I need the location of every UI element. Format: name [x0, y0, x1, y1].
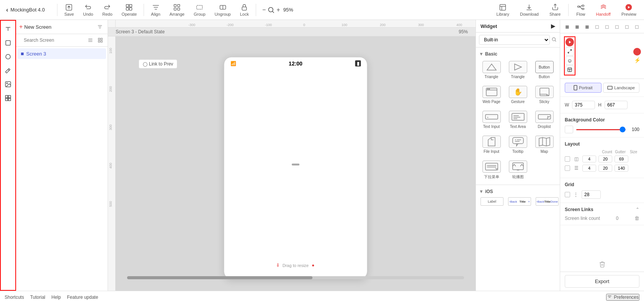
- grid-value-input[interactable]: [582, 190, 601, 199]
- widget-item-textarea[interactable]: Text Area: [505, 108, 530, 131]
- widget-expand-icon[interactable]: ▶: [551, 23, 555, 29]
- opacity-slider[interactable]: [576, 129, 626, 130]
- widget-item-triangle2[interactable]: Triangle: [505, 58, 530, 82]
- undo-button[interactable]: Undo: [79, 2, 97, 18]
- layout-size-2[interactable]: [615, 165, 628, 172]
- share-button[interactable]: Share: [545, 2, 565, 18]
- circle-tool-button[interactable]: [2, 51, 14, 63]
- operate-button[interactable]: Operate: [118, 2, 141, 18]
- layout-checkbox-2[interactable]: [565, 165, 570, 171]
- ungroup-button[interactable]: Ungroup: [211, 2, 235, 18]
- frame-tool-button[interactable]: [2, 37, 14, 49]
- ios-collapse-icon[interactable]: ▼: [479, 189, 484, 194]
- widget-item-webpage[interactable]: Web Page: [479, 83, 504, 106]
- rp-tab-align-middle[interactable]: ◻: [603, 21, 612, 31]
- zoom-in-button[interactable]: +: [276, 7, 280, 13]
- rp-tab-align-right[interactable]: ◼: [582, 21, 592, 31]
- color-swatch[interactable]: [565, 126, 573, 133]
- svg-point-64: [489, 89, 490, 90]
- layout-count-1[interactable]: [582, 156, 596, 162]
- layout-size-1[interactable]: [615, 156, 628, 162]
- widget-item-pulldown[interactable]: 下拉菜单: [479, 158, 504, 182]
- table-button[interactable]: [566, 66, 574, 74]
- layout-count-2[interactable]: [582, 165, 596, 172]
- widget-item-triangle1[interactable]: Triangle: [479, 58, 504, 82]
- help-link[interactable]: Help: [51, 295, 61, 300]
- download-button[interactable]: Download: [515, 2, 543, 18]
- new-screen-button[interactable]: + New Screen: [19, 23, 51, 30]
- widget-item-fileinput[interactable]: File Input: [479, 133, 504, 156]
- preview-button[interactable]: Preview: [617, 2, 641, 18]
- ios-navbar2-widget[interactable]: ‹Back Title Done: [534, 196, 560, 207]
- export-button[interactable]: Export: [565, 275, 639, 288]
- rp-tab-align-bottom[interactable]: ◻: [613, 21, 622, 31]
- screen-item[interactable]: ■ Screen 3: [18, 48, 106, 59]
- grid-view-button[interactable]: [96, 36, 105, 45]
- red-action-button[interactable]: [566, 38, 574, 46]
- widget-item-droplist[interactable]: Droplist: [532, 108, 557, 131]
- layout-gutter-2[interactable]: [598, 165, 612, 172]
- trash-icon[interactable]: 🗑: [634, 215, 639, 221]
- flow-button[interactable]: Flow: [572, 2, 590, 18]
- height-input[interactable]: [605, 101, 628, 109]
- widget-item-tooltip[interactable]: Tooltip: [505, 133, 530, 156]
- screen-links-collapse-icon[interactable]: ⌃: [636, 207, 639, 212]
- layout-gutter-1[interactable]: [598, 156, 612, 162]
- link-to-prev-button[interactable]: ◯ Link to Prev: [139, 59, 177, 69]
- rp-tab-distribute-v[interactable]: ◻: [633, 21, 642, 31]
- widget-item-button[interactable]: Button Button: [532, 58, 557, 82]
- handoff-button[interactable]: Handoff: [592, 2, 615, 18]
- collapse-icon[interactable]: ▼: [479, 51, 484, 57]
- pen-tool-button[interactable]: [2, 64, 14, 77]
- shortcuts-link[interactable]: Shortcuts: [5, 295, 24, 300]
- props-red-dot[interactable]: [633, 48, 641, 56]
- landscape-button[interactable]: Landscape: [603, 83, 640, 93]
- text-tool-button[interactable]: [2, 23, 14, 35]
- ios-navbar1-widget[interactable]: ‹Back Title +: [507, 196, 533, 207]
- group-button[interactable]: Group: [190, 2, 209, 18]
- props-lightning-button[interactable]: ⚡: [633, 56, 641, 64]
- zoom-out-button[interactable]: −: [262, 7, 266, 13]
- arrange-button[interactable]: Arrange: [166, 2, 188, 18]
- grid-title: Grid: [565, 182, 639, 187]
- widget-filter-select[interactable]: Built-in: [479, 35, 550, 45]
- align-button[interactable]: Align: [147, 2, 164, 18]
- delete-button[interactable]: [599, 261, 606, 269]
- widget-item-map[interactable]: Map: [532, 133, 557, 156]
- layout-checkbox-1[interactable]: [565, 156, 570, 162]
- portrait-button[interactable]: Portrait: [565, 83, 602, 93]
- panel-settings-button[interactable]: [95, 22, 105, 31]
- grid-checkbox[interactable]: [565, 192, 570, 197]
- widget-search-button[interactable]: [551, 37, 557, 43]
- widget-item-gesture[interactable]: ✋ Gesture: [505, 83, 530, 106]
- rp-tab-distribute-h[interactable]: ◻: [623, 21, 632, 31]
- rp-tab-align-center[interactable]: ◼: [572, 21, 582, 31]
- list-view-button[interactable]: [86, 36, 95, 45]
- main-canvas[interactable]: ◯ Link to Prev 📶 12:00: [116, 36, 476, 291]
- ios-label-widget[interactable]: Label: [479, 196, 505, 207]
- image-tool-button[interactable]: [2, 78, 14, 90]
- emoji-button[interactable]: ☺: [566, 56, 574, 65]
- component-tool-button[interactable]: [2, 92, 14, 104]
- screen-links-header[interactable]: Screen Links ⌃: [565, 207, 639, 212]
- feature-update-link[interactable]: Feature update: [67, 295, 98, 300]
- widget-item-carousel[interactable]: 轮播图: [505, 158, 530, 182]
- width-input[interactable]: [572, 101, 595, 109]
- rp-tab-align-left[interactable]: ◼: [562, 21, 572, 31]
- textinput-label: Text Input: [483, 124, 500, 129]
- phone-bottom-handle[interactable]: [292, 164, 299, 165]
- preferences-button[interactable]: Preferences: [606, 294, 639, 301]
- back-arrow-icon[interactable]: ‹: [6, 7, 8, 13]
- lock-button[interactable]: Lock: [236, 2, 253, 18]
- widget-item-textinput[interactable]: Text Input: [479, 108, 504, 131]
- search-screen-input[interactable]: [21, 36, 84, 44]
- library-button[interactable]: Library: [492, 2, 514, 18]
- save-button[interactable]: Save: [60, 2, 78, 18]
- list-view-icon: [88, 38, 93, 43]
- resize-button[interactable]: [566, 47, 574, 56]
- redo-button[interactable]: Redo: [98, 2, 116, 18]
- canvas-scrollbar-h[interactable]: [127, 276, 464, 279]
- tutorial-link[interactable]: Tutorial: [30, 295, 46, 300]
- widget-item-sticky[interactable]: Sticky: [532, 83, 557, 106]
- rp-tab-align-top[interactable]: ◻: [592, 21, 602, 31]
